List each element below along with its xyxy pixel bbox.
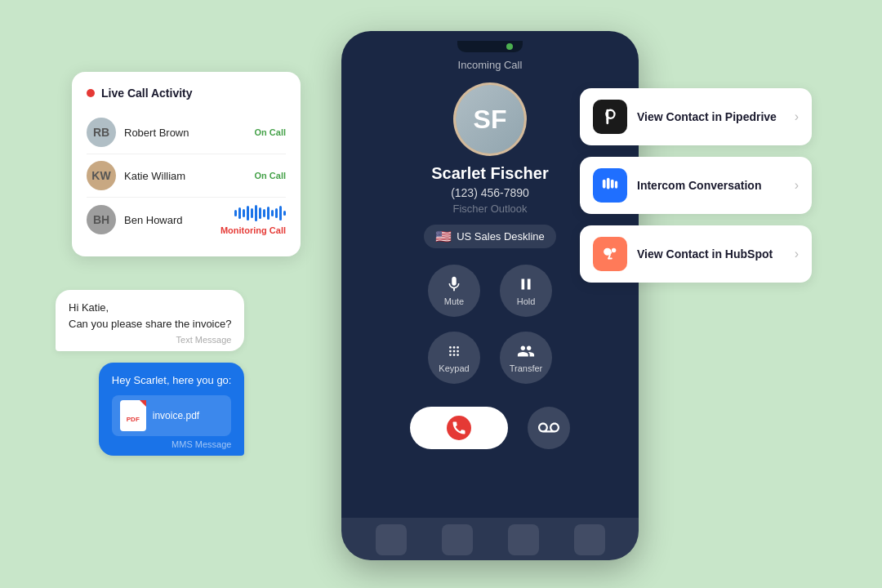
agent-name-ben: Ben Howard	[124, 214, 212, 226]
hold-button[interactable]: Hold	[500, 265, 552, 317]
call-actions	[341, 399, 639, 466]
chat-area: Hi Katie, Can you please share the invoi…	[56, 290, 244, 456]
chat-bubble-outgoing: Hey Scarlet, here you go: PDF invoice.pd…	[99, 363, 245, 456]
svg-point-8	[457, 354, 459, 356]
pipedrive-card[interactable]: View Contact in Pipedrive ›	[580, 88, 812, 145]
pdf-attachment: PDF invoice.pdf	[112, 395, 232, 436]
nav-item-3[interactable]	[508, 524, 539, 555]
waveform	[234, 204, 286, 222]
intercom-card[interactable]: Intercom Conversation ›	[580, 157, 812, 214]
svg-rect-11	[606, 118, 608, 124]
hubspot-icon	[593, 237, 627, 271]
caller-avatar-inner: SF	[456, 82, 524, 156]
avatar-robert: RB	[87, 118, 116, 147]
pipedrive-icon	[593, 100, 627, 134]
live-call-title: Live Call Activity	[101, 87, 193, 100]
svg-rect-13	[607, 178, 610, 189]
pdf-filename: invoice.pdf	[153, 410, 199, 421]
caller-avatar: SF	[453, 82, 527, 156]
nav-item-4[interactable]	[574, 524, 605, 555]
keypad-icon	[445, 342, 463, 360]
status-robert: On Call	[254, 127, 286, 137]
voicemail-icon	[538, 417, 559, 439]
pipedrive-label: View Contact in Pipedrive	[637, 110, 785, 123]
hangup-icon	[447, 416, 471, 440]
hold-label: Hold	[517, 296, 536, 306]
svg-point-5	[457, 350, 459, 353]
voicemail-button[interactable]	[528, 407, 570, 449]
chat-text-line1: Hi Katie,	[69, 300, 231, 316]
svg-rect-12	[603, 180, 606, 189]
call-controls-row2: Keypad Transfer	[341, 332, 639, 384]
pipedrive-logo	[601, 108, 619, 126]
svg-point-4	[453, 350, 456, 353]
chat-text-line2: Can you please share the invoice?	[69, 316, 231, 332]
flag-icon: 🇺🇸	[435, 229, 452, 244]
phone-top-bar	[341, 31, 639, 56]
pdf-icon: PDF	[120, 400, 146, 431]
nav-item-1[interactable]	[376, 524, 407, 555]
transfer-label: Transfer	[510, 363, 543, 373]
hubspot-arrow: ›	[795, 247, 799, 261]
chat-label-mms: MMS Message	[112, 439, 232, 449]
intercom-icon	[593, 168, 627, 203]
intercom-arrow: ›	[795, 178, 799, 193]
phone-notch	[457, 41, 523, 52]
chat-label-text: Text Message	[69, 335, 231, 345]
svg-point-2	[457, 346, 459, 349]
svg-point-6	[449, 354, 452, 356]
transfer-icon	[517, 342, 535, 360]
integration-cards: View Contact in Pipedrive › Intercom Con…	[580, 88, 812, 283]
svg-rect-14	[611, 180, 614, 189]
mute-label: Mute	[444, 296, 464, 306]
pipedrive-arrow: ›	[795, 109, 799, 124]
chat-bubble-incoming: Hi Katie, Can you please share the invoi…	[56, 290, 244, 351]
nav-item-2[interactable]	[442, 524, 473, 555]
agent-name-robert: Robert Brown	[124, 127, 246, 139]
live-call-header: Live Call Activity	[87, 87, 286, 100]
status-katie: On Call	[254, 171, 286, 180]
intercom-label: Intercom Conversation	[637, 179, 785, 192]
svg-point-16	[612, 248, 617, 253]
phone-bottom-nav	[341, 518, 639, 560]
svg-point-3	[449, 350, 452, 353]
svg-point-0	[449, 346, 452, 349]
deskline-label: US Sales Deskline	[457, 230, 545, 243]
pause-icon	[517, 275, 535, 293]
svg-rect-15	[615, 181, 617, 189]
deskline-badge: 🇺🇸 US Sales Deskline	[424, 225, 556, 248]
mute-button[interactable]: Mute	[428, 265, 480, 317]
hubspot-label: View Contact in HubSpot	[637, 247, 785, 261]
hangup-button[interactable]	[410, 407, 508, 449]
incoming-call-label: Incoming Call	[341, 59, 639, 71]
svg-point-1	[453, 346, 456, 349]
intercom-logo	[601, 176, 619, 194]
transfer-button[interactable]: Transfer	[500, 332, 552, 384]
call-row-ben: BH Ben Howard Monitoring Call	[87, 198, 286, 242]
phone-down-icon	[451, 420, 467, 436]
notch-green-dot	[506, 43, 513, 50]
live-call-card: Live Call Activity RB Robert Brown On Ca…	[72, 72, 301, 256]
call-row-robert: RB Robert Brown On Call	[87, 111, 286, 154]
status-ben: Monitoring Call	[220, 225, 286, 235]
svg-point-7	[453, 354, 456, 356]
hubspot-card[interactable]: View Contact in HubSpot ›	[580, 225, 812, 283]
keypad-label: Keypad	[439, 363, 469, 373]
live-indicator	[87, 89, 95, 97]
agent-name-katie: Katie William	[124, 170, 246, 182]
avatar-katie: KW	[87, 161, 116, 190]
chat-reply-text: Hey Scarlet, here you go:	[112, 372, 232, 389]
call-row-katie: KW Katie William On Call	[87, 154, 286, 198]
keypad-button[interactable]: Keypad	[428, 332, 480, 384]
hubspot-logo	[601, 245, 619, 263]
mic-icon	[445, 275, 463, 293]
avatar-ben: BH	[87, 205, 116, 234]
